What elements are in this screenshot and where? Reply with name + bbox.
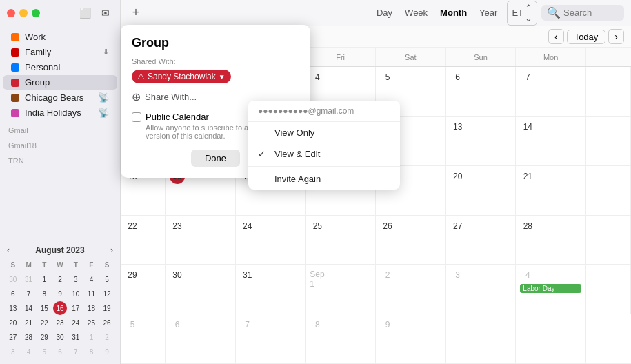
cell-sep4b[interactable] (586, 265, 631, 314)
mini-day-18[interactable]: 18 (84, 301, 98, 315)
mini-cal-prev[interactable]: ‹ (6, 245, 11, 255)
cell-aug21b[interactable] (586, 166, 631, 216)
cell-sep6[interactable]: 6 (166, 314, 236, 364)
mini-day-11[interactable]: 11 (84, 287, 98, 301)
mini-day-9[interactable]: 9 (53, 287, 67, 301)
sidebar-item-personal[interactable]: Personal (3, 60, 117, 74)
cell-sep4[interactable]: 4 Labor Day (516, 265, 586, 314)
mini-day-22[interactable]: 22 (37, 316, 51, 330)
mini-day-5[interactable]: 5 (100, 272, 114, 286)
mini-day-31b[interactable]: 31 (69, 330, 83, 344)
dropdown-item-invite-again[interactable]: Invite Again (248, 168, 400, 190)
mini-day-12[interactable]: 12 (100, 287, 114, 301)
mini-day-19[interactable]: 19 (100, 301, 114, 315)
cell-sep3[interactable]: 3 (446, 265, 517, 314)
mini-day-29[interactable]: 29 (37, 330, 51, 344)
add-event-button[interactable]: + (128, 5, 144, 21)
shared-user-pill[interactable]: ⚠ Sandy Stachowiak ▼ (132, 70, 231, 83)
mini-day-s5[interactable]: 5 (37, 345, 51, 358)
cell-aug14b[interactable] (586, 117, 631, 166)
labor-day-event[interactable]: Labor Day (520, 284, 581, 293)
traffic-light-yellow[interactable] (19, 9, 28, 17)
mini-day-s6[interactable]: 6 (53, 345, 67, 358)
mini-day-s2[interactable]: 2 (100, 330, 114, 344)
mini-day-4[interactable]: 4 (84, 272, 98, 286)
mini-day-14[interactable]: 14 (22, 301, 36, 315)
search-box[interactable]: 🔍 (541, 5, 624, 21)
cell-aug28[interactable]: 28 (516, 216, 586, 265)
mini-day-15[interactable]: 15 (37, 301, 51, 315)
today-btn[interactable]: Today (567, 30, 606, 44)
cell-sep1[interactable]: Sep 1 (306, 265, 376, 314)
cell-aug6[interactable]: 6 (446, 67, 517, 117)
mini-day-30b[interactable]: 30 (53, 330, 67, 344)
mini-day-26[interactable]: 26 (100, 316, 114, 330)
mini-day-10[interactable]: 10 (69, 287, 83, 301)
cell-sep5[interactable]: 5 (121, 314, 166, 364)
mini-day-31a[interactable]: 31 (22, 272, 36, 286)
mini-day-17[interactable]: 17 (69, 301, 83, 315)
sidebar-item-group[interactable]: Group (3, 75, 117, 90)
mini-day-1[interactable]: 1 (37, 272, 51, 286)
dropdown-item-view-only[interactable]: View Only (248, 122, 400, 143)
sidebar-item-india-holidays[interactable]: India Holidays 📡 (3, 105, 117, 120)
view-week-btn[interactable]: Week (399, 6, 433, 20)
cell-sep11b[interactable] (586, 314, 631, 364)
cell-aug21[interactable]: 21 (516, 166, 586, 216)
mini-day-16[interactable]: 16 (53, 301, 67, 315)
cell-sep9[interactable]: 9 (376, 314, 446, 364)
cell-aug20[interactable]: 20 (446, 166, 517, 216)
cell-aug7[interactable]: 7 (516, 67, 586, 117)
mini-day-s1[interactable]: 1 (84, 330, 98, 344)
cell-aug24[interactable]: 24 (236, 216, 306, 265)
cell-aug26[interactable]: 26 (376, 216, 446, 265)
mini-day-s8[interactable]: 8 (84, 345, 98, 358)
timezone-selector[interactable]: ET ⌃⌄ (507, 1, 537, 26)
next-month-btn[interactable]: › (608, 29, 624, 44)
search-input[interactable] (563, 8, 619, 18)
mini-day-s4[interactable]: 4 (22, 345, 36, 358)
inbox-btn[interactable]: ✉ (98, 6, 113, 21)
mini-day-2[interactable]: 2 (53, 272, 67, 286)
public-cal-checkbox[interactable] (132, 112, 141, 122)
sidebar-item-family[interactable]: Family ⬇ (3, 45, 117, 59)
mini-cal-next[interactable]: › (109, 245, 114, 255)
mini-day-21[interactable]: 21 (22, 316, 36, 330)
cell-aug25[interactable]: 25 (306, 216, 376, 265)
mini-day-27[interactable]: 27 (6, 330, 20, 344)
cell-sep7[interactable]: 7 (236, 314, 306, 364)
mini-day-s9[interactable]: 9 (100, 345, 114, 358)
mini-day-3[interactable]: 3 (69, 272, 83, 286)
mini-day-7[interactable]: 7 (22, 287, 36, 301)
mini-day-25[interactable]: 25 (84, 316, 98, 330)
done-button[interactable]: Done (191, 150, 240, 167)
mini-day-24[interactable]: 24 (69, 316, 83, 330)
sidebar-item-work[interactable]: Work (3, 30, 117, 44)
mini-day-6[interactable]: 6 (6, 287, 20, 301)
sidebar-item-chicago-bears[interactable]: Chicago Bears 📡 (3, 90, 117, 105)
mini-day-23[interactable]: 23 (53, 316, 67, 330)
view-day-btn[interactable]: Day (371, 6, 398, 20)
mini-day-8[interactable]: 8 (37, 287, 51, 301)
cell-aug29[interactable]: 29 (121, 265, 166, 314)
cell-aug23[interactable]: 23 (166, 216, 236, 265)
cell-sep11[interactable] (516, 314, 586, 364)
cell-aug28b[interactable] (586, 216, 631, 265)
mini-day-30a[interactable]: 30 (6, 272, 20, 286)
cell-aug7b[interactable] (586, 67, 631, 117)
traffic-light-red[interactable] (7, 9, 15, 17)
cell-aug14[interactable]: 14 (516, 117, 586, 166)
view-month-btn[interactable]: Month (434, 6, 472, 20)
cell-aug22[interactable]: 22 (121, 216, 166, 265)
cell-sep8[interactable]: 8 (306, 314, 376, 364)
traffic-light-green[interactable] (32, 9, 40, 17)
cell-sep10[interactable] (446, 314, 517, 364)
sidebar-toggle-btn[interactable]: ⬜ (77, 6, 92, 21)
view-year-btn[interactable]: Year (474, 6, 503, 20)
cell-aug13[interactable]: 13 (446, 117, 517, 166)
dropdown-item-view-edit[interactable]: ✓ View & Edit (248, 143, 400, 165)
mini-day-20[interactable]: 20 (6, 316, 20, 330)
mini-day-s7[interactable]: 7 (69, 345, 83, 358)
cell-aug31[interactable]: 31 (236, 265, 306, 314)
prev-month-btn[interactable]: ‹ (548, 29, 564, 44)
